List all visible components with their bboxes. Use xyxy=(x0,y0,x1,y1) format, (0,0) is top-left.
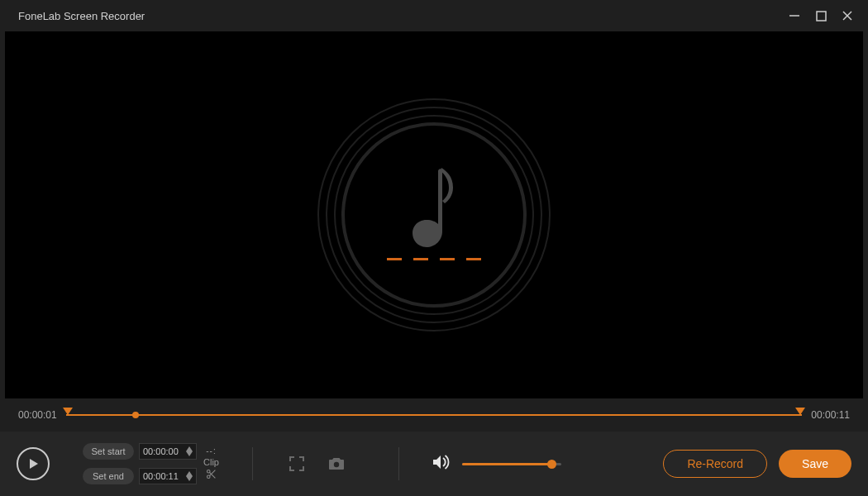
re-record-button[interactable]: Re-Record xyxy=(663,450,767,478)
total-time: 00:00:11 xyxy=(802,409,850,421)
save-button[interactable]: Save xyxy=(779,450,851,478)
svg-point-17 xyxy=(334,462,339,467)
svg-marker-12 xyxy=(186,476,193,481)
separator xyxy=(398,447,399,480)
volume-knob[interactable] xyxy=(547,460,556,469)
screenshot-button[interactable] xyxy=(326,453,347,475)
clip-end-input[interactable]: 00:00:11 xyxy=(139,468,197,484)
clip-start-row: Set start 00:00:00 xyxy=(83,443,197,460)
play-button[interactable] xyxy=(17,447,50,480)
clip-end-row: Set end 00:00:11 xyxy=(83,468,197,484)
close-button[interactable] xyxy=(835,3,860,28)
timeline-track[interactable] xyxy=(66,403,802,427)
titlebar: FoneLab Screen Recorder xyxy=(0,0,868,31)
equalizer-bars-icon xyxy=(387,258,481,260)
volume-fill xyxy=(462,463,551,465)
caret-down-icon xyxy=(186,451,193,456)
timeline-start-handle[interactable] xyxy=(63,408,73,415)
separator xyxy=(252,447,253,480)
camera-icon xyxy=(327,456,346,471)
fullscreen-button[interactable] xyxy=(286,453,308,475)
close-icon xyxy=(842,10,853,21)
app-title: FoneLab Screen Recorder xyxy=(18,10,780,22)
scissors-icon xyxy=(206,469,217,482)
clip-label: Clip xyxy=(203,457,219,467)
volume-button[interactable] xyxy=(432,454,451,474)
app-window: FoneLab Screen Recorder xyxy=(0,0,868,496)
clip-start-input[interactable]: 00:00:00 xyxy=(139,443,197,460)
play-icon xyxy=(26,457,40,470)
set-end-button[interactable]: Set end xyxy=(83,468,134,484)
minimize-button[interactable] xyxy=(782,3,807,28)
action-buttons: Re-Record Save xyxy=(663,450,851,478)
svg-marker-10 xyxy=(186,451,193,456)
clip-action[interactable]: --: Clip xyxy=(203,446,219,482)
control-bar: Set start 00:00:00 Set end 00:00:11 xyxy=(0,432,868,496)
fullscreen-icon xyxy=(289,455,305,472)
timeline-bar xyxy=(66,414,802,416)
clip-controls: Set start 00:00:00 Set end 00:00:11 xyxy=(83,443,219,484)
speaker-icon xyxy=(432,454,451,470)
maximize-button[interactable] xyxy=(808,3,833,28)
clip-end-value: 00:00:11 xyxy=(143,471,186,481)
clip-start-value: 00:00:00 xyxy=(143,446,186,456)
current-time: 00:00:01 xyxy=(18,409,66,421)
minimize-icon xyxy=(789,10,800,21)
audio-visual xyxy=(314,95,554,335)
music-note-icon xyxy=(314,95,554,335)
preview-canvas xyxy=(5,31,863,398)
maximize-icon xyxy=(816,11,827,21)
svg-rect-1 xyxy=(817,12,826,21)
caret-down-icon xyxy=(186,476,193,481)
volume-control xyxy=(432,454,561,474)
set-start-button[interactable]: Set start xyxy=(83,443,134,460)
timeline-playhead[interactable] xyxy=(132,412,139,418)
volume-slider[interactable] xyxy=(462,463,561,465)
clip-end-stepper[interactable] xyxy=(186,471,193,481)
timeline: 00:00:01 00:00:11 xyxy=(0,398,868,432)
svg-marker-18 xyxy=(433,455,441,469)
clip-placeholder: --: xyxy=(206,446,216,455)
timeline-end-handle[interactable] xyxy=(795,408,805,415)
clip-start-stepper[interactable] xyxy=(186,446,193,456)
svg-marker-8 xyxy=(30,459,38,469)
